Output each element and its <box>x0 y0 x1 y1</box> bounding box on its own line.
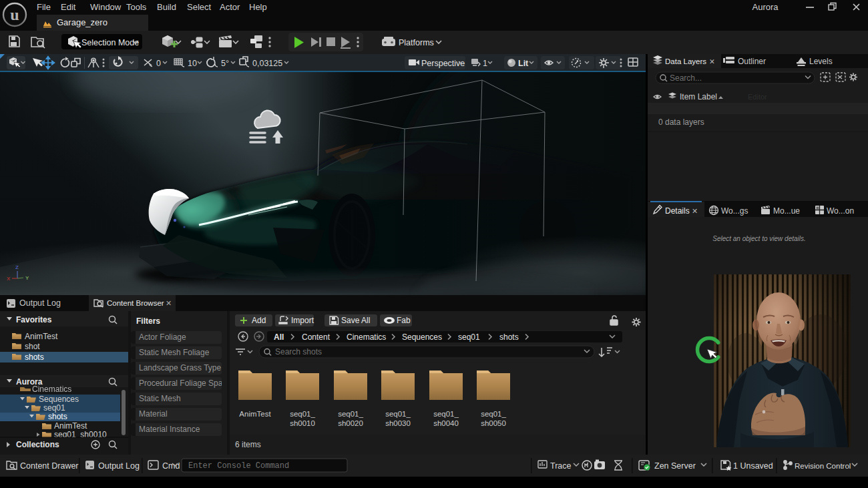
svg-text:6 items: 6 items <box>235 440 261 449</box>
svg-text:seq01: seq01 <box>458 332 480 342</box>
svg-text:Cinematics: Cinematics <box>347 332 386 342</box>
svg-text:5°: 5° <box>221 59 229 68</box>
svg-text:seq01: seq01 <box>43 403 65 413</box>
svg-text:Collections: Collections <box>16 440 59 449</box>
svg-text:Add: Add <box>252 316 266 325</box>
svg-text:Levels: Levels <box>809 57 833 66</box>
svg-text:Cinematics: Cinematics <box>32 385 71 394</box>
svg-text:Favorites: Favorites <box>16 315 52 324</box>
svg-text:Lit: Lit <box>518 59 529 68</box>
svg-text:Editor: Editor <box>748 93 767 101</box>
svg-text:Z: Z <box>15 264 19 270</box>
svg-text:seq01_: seq01_ <box>433 410 459 418</box>
svg-text:All: All <box>274 332 284 342</box>
svg-text:X: X <box>7 276 11 282</box>
svg-text:Sequences: Sequences <box>402 332 442 342</box>
svg-text:shot: shot <box>25 342 40 351</box>
svg-text:sh0010: sh0010 <box>290 419 315 427</box>
svg-text:sh0050: sh0050 <box>481 419 506 427</box>
svg-text:seq01_: seq01_ <box>290 410 315 418</box>
svg-text:seq01_: seq01_ <box>481 410 506 418</box>
svg-text:sh0030: sh0030 <box>385 419 411 427</box>
svg-text:1 Unsaved: 1 Unsaved <box>733 461 773 471</box>
svg-text:Outliner: Outliner <box>738 57 766 66</box>
svg-text:Select an object to view detai: Select an object to view details. <box>712 235 806 242</box>
svg-text:seq01_: seq01_ <box>385 410 411 418</box>
svg-text:0: 0 <box>156 59 161 68</box>
svg-text:✕: ✕ <box>709 57 715 65</box>
svg-text:Search...: Search... <box>670 73 702 83</box>
svg-text:Output Log: Output Log <box>98 461 140 471</box>
svg-text:Y: Y <box>25 275 29 281</box>
svg-text:10: 10 <box>188 59 197 68</box>
svg-text:Cmd: Cmd <box>162 461 180 471</box>
svg-text:1: 1 <box>483 59 487 68</box>
svg-text:Zen Server: Zen Server <box>654 461 696 471</box>
svg-text:AnimTest: AnimTest <box>25 332 58 341</box>
svg-text:0 data layers: 0 data layers <box>658 117 704 127</box>
svg-text:AnimTest: AnimTest <box>239 410 271 418</box>
svg-text:Mo...ue: Mo...ue <box>773 206 800 216</box>
svg-text:AnimTest: AnimTest <box>54 421 87 431</box>
svg-text:0,03125: 0,03125 <box>252 59 282 68</box>
svg-text:seq01_: seq01_ <box>338 410 363 418</box>
svg-text:shots: shots <box>48 412 67 421</box>
svg-text:Selection Mode: Selection Mode <box>81 38 139 47</box>
svg-text:shots: shots <box>499 332 519 342</box>
svg-text:sh0020: sh0020 <box>338 419 363 427</box>
svg-text:Search shots: Search shots <box>275 347 322 356</box>
svg-text:Wo...gs: Wo...gs <box>721 206 748 216</box>
svg-text:sh0040: sh0040 <box>433 419 459 427</box>
svg-text:Revision Control: Revision Control <box>795 462 851 470</box>
svg-text:shots: shots <box>25 352 44 362</box>
svg-text:u: u <box>10 6 19 23</box>
svg-text:Sequences: Sequences <box>39 395 79 404</box>
svg-text:Content Drawer: Content Drawer <box>20 461 79 471</box>
svg-text:Content: Content <box>302 332 331 342</box>
svg-text:✕: ✕ <box>692 207 698 215</box>
svg-text:Perspective: Perspective <box>421 59 465 68</box>
svg-text:Trace: Trace <box>550 461 572 471</box>
svg-text:Fab: Fab <box>397 316 411 325</box>
svg-text:Item Label: Item Label <box>680 92 717 101</box>
svg-text:Details: Details <box>665 206 690 216</box>
svg-text:Enter Console Command: Enter Console Command <box>188 461 289 471</box>
svg-text:Import: Import <box>291 316 314 325</box>
svg-text:Data Layers: Data Layers <box>665 57 706 65</box>
svg-text:Save All: Save All <box>341 316 370 325</box>
svg-text:Platforms: Platforms <box>399 38 434 47</box>
svg-text:Wo...on: Wo...on <box>827 206 854 216</box>
